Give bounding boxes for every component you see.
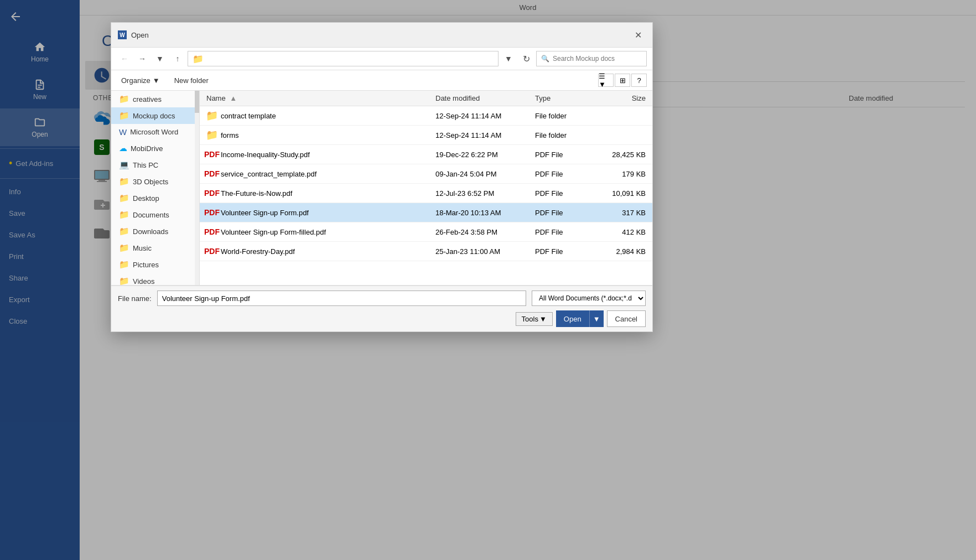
folder-icon: 📁 — [119, 94, 129, 104]
tools-button[interactable]: Tools ▼ — [516, 312, 553, 326]
tree-item-mockup-docs[interactable]: 📁 Mockup docs — [111, 107, 199, 124]
tree-item-downloads[interactable]: 📁 Downloads — [111, 223, 199, 240]
open-button-group: Open ▼ — [556, 310, 604, 327]
file-type: PDF File — [535, 209, 590, 217]
dialog-overlay: W Open ✕ ← → ▼ ↑ 📁 ▼ ↻ 🔍 Organize — [0, 0, 976, 560]
tools-label: Tools — [522, 315, 538, 323]
column-size-header[interactable]: Size — [590, 94, 646, 102]
cancel-button[interactable]: Cancel — [607, 310, 646, 327]
dialog-organize-toolbar: Organize ▼ New folder ☰ ▼ ⊞ ? — [111, 70, 652, 91]
tree-item-music[interactable]: 📁 Music — [111, 240, 199, 256]
file-row-volunteer-signup[interactable]: PDF Volunteer Sign-up Form.pdf 18-Mar-20… — [200, 203, 652, 222]
address-dropdown-button[interactable]: ▼ — [501, 51, 516, 66]
file-size: 2,984 KB — [590, 247, 646, 256]
file-row-volunteer-filled[interactable]: PDF Volunteer Sign-up Form-filled.pdf 26… — [200, 222, 652, 242]
open-button[interactable]: Open — [556, 310, 589, 327]
organize-button[interactable]: Organize ▼ — [117, 74, 164, 87]
file-row-forms[interactable]: 📁 forms 12-Sep-24 11:14 AM File folder — [200, 126, 652, 145]
tree-item-desktop[interactable]: 📁 Desktop — [111, 190, 199, 206]
file-size: 179 KB — [590, 170, 646, 178]
help-button[interactable]: ? — [631, 74, 647, 87]
filename-input[interactable] — [157, 291, 526, 306]
folder-icon: 📁 — [119, 243, 129, 253]
dialog-close-button[interactable]: ✕ — [630, 27, 646, 43]
view-buttons: ☰ ▼ ⊞ ? — [598, 74, 647, 87]
file-date: 12-Sep-24 11:14 AM — [435, 112, 535, 120]
tree-item-label: creatives — [133, 95, 162, 103]
refresh-button[interactable]: ↻ — [518, 51, 534, 66]
dialog-main-body: 📁 creatives 📁 Mockup docs W Microsoft Wo… — [111, 91, 652, 285]
organize-label: Organize — [121, 76, 150, 85]
dialog-footer: File name: All Word Documents (*.docx;*.… — [111, 286, 652, 310]
tree-scrollbar[interactable] — [195, 91, 199, 285]
tree-item-pictures[interactable]: 📁 Pictures — [111, 256, 199, 273]
file-row-contract-template[interactable]: 📁 contract template 12-Sep-24 11:14 AM F… — [200, 106, 652, 126]
tree-item-mobidrive[interactable]: ☁ MobiDrive — [111, 140, 199, 157]
file-name: The-Future-is-Now.pdf — [221, 189, 435, 198]
folder-icon: 📁 — [119, 260, 129, 269]
file-row-future-is-now[interactable]: PDF The-Future-is-Now.pdf 12-Jul-23 6:52… — [200, 184, 652, 203]
view-list-button[interactable]: ☰ ▼ — [598, 74, 614, 87]
file-size: 10,091 KB — [590, 189, 646, 198]
file-type: PDF File — [535, 247, 590, 256]
search-icon: 🔍 — [541, 55, 549, 63]
tree-item-label: This PC — [133, 161, 158, 169]
file-row-service-contract[interactable]: PDF service_contract_template.pdf 09-Jan… — [200, 164, 652, 184]
sort-icon: ▲ — [230, 94, 237, 102]
new-folder-label: New folder — [174, 76, 209, 85]
tree-item-label: Desktop — [133, 194, 159, 203]
tree-item-this-pc[interactable]: 💻 This PC — [111, 157, 199, 173]
file-list: Name ▲ Date modified Type Size 📁 contrac… — [200, 91, 652, 285]
column-date-header[interactable]: Date modified — [435, 94, 535, 102]
pdf-icon: PDF — [206, 246, 217, 257]
back-nav-button[interactable]: ← — [117, 51, 132, 66]
dialog-titlebar: W Open ✕ — [111, 23, 652, 48]
folder-icon: 📁 — [119, 193, 129, 203]
tree-item-3d-objects[interactable]: 📁 3D Objects — [111, 173, 199, 190]
view-details-button[interactable]: ⊞ — [615, 74, 630, 87]
word-icon: W — [118, 30, 127, 39]
file-size: 317 KB — [590, 209, 646, 217]
tree-item-label: Microsoft Word — [130, 128, 178, 136]
file-type: PDF File — [535, 228, 590, 236]
file-name: forms — [221, 131, 435, 139]
tree-item-microsoft-word[interactable]: W Microsoft Word — [111, 124, 199, 140]
column-type-header[interactable]: Type — [535, 94, 590, 102]
folder-icon: 📁 — [206, 110, 217, 121]
file-type: PDF File — [535, 151, 590, 159]
folder-icon: 📁 — [119, 111, 129, 121]
column-name-header[interactable]: Name ▲ — [206, 94, 435, 102]
file-type: File folder — [535, 131, 590, 139]
folder-icon: 📁 — [206, 129, 217, 141]
open-dialog: W Open ✕ ← → ▼ ↑ 📁 ▼ ↻ 🔍 Organize — [111, 22, 653, 332]
file-type: PDF File — [535, 189, 590, 198]
file-type: File folder — [535, 112, 590, 120]
file-row-income-inequality[interactable]: PDF Income-Inequality-Study.pdf 19-Dec-2… — [200, 145, 652, 164]
dialog-footer-container: File name: All Word Documents (*.docx;*.… — [111, 285, 652, 331]
forward-nav-button[interactable]: → — [134, 51, 150, 66]
open-dropdown-button[interactable]: ▼ — [589, 310, 604, 327]
pdf-icon: PDF — [206, 226, 217, 237]
dialog-footer-actions: Tools ▼ Open ▼ Cancel — [111, 310, 652, 331]
tools-dropdown-icon: ▼ — [539, 315, 547, 323]
file-date: 26-Feb-24 3:58 PM — [435, 228, 535, 236]
file-date: 09-Jan-24 5:04 PM — [435, 170, 535, 178]
tree-scrollbar-thumb — [195, 91, 199, 113]
tree-item-documents[interactable]: 📁 Documents — [111, 206, 199, 223]
file-date: 12-Jul-23 6:52 PM — [435, 189, 535, 198]
tree-item-label: Documents — [133, 211, 169, 219]
address-bar[interactable]: 📁 — [188, 51, 499, 66]
search-input[interactable] — [553, 55, 642, 63]
file-type: PDF File — [535, 170, 590, 178]
filetype-select[interactable]: All Word Documents (*.docx;*.d — [532, 291, 646, 306]
dropdown-nav-button[interactable]: ▼ — [152, 51, 168, 66]
file-name: Volunteer Sign-up Form-filled.pdf — [221, 228, 435, 236]
file-row-world-forestry[interactable]: PDF World-Forestry-Day.pdf 25-Jan-23 11:… — [200, 242, 652, 261]
tree-item-creatives[interactable]: 📁 creatives — [111, 91, 199, 107]
filename-label: File name: — [118, 294, 152, 303]
pdf-icon: PDF — [206, 188, 217, 199]
up-nav-button[interactable]: ↑ — [170, 51, 185, 66]
tree-item-videos[interactable]: 📁 Videos — [111, 273, 199, 285]
file-name: contract template — [221, 112, 435, 120]
new-folder-button[interactable]: New folder — [169, 74, 214, 87]
